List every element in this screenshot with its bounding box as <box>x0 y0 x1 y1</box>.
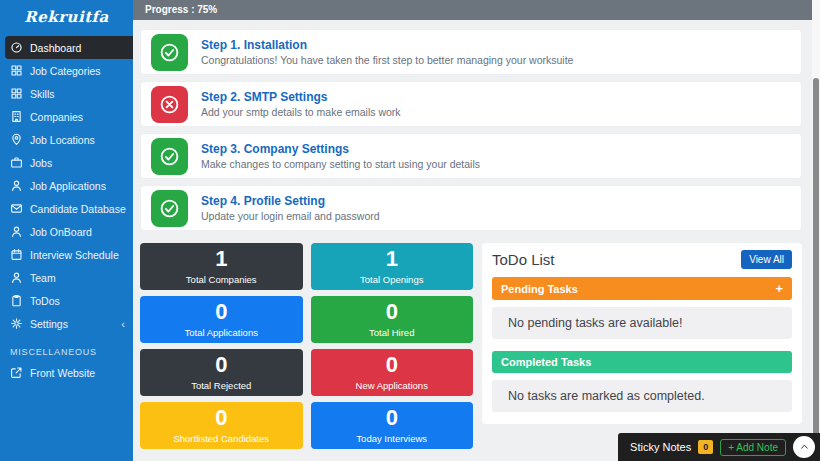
chevron-up-icon <box>799 438 810 456</box>
step-description: Update your login email and password <box>201 210 380 222</box>
pending-tasks-empty-message: No pending tasks are available! <box>492 307 792 339</box>
sidebar-item-todos[interactable]: ToDos <box>0 289 133 312</box>
step-title: Step 3. Company Settings <box>201 142 480 156</box>
step-text: Step 4. Profile Setting Update your logi… <box>201 194 380 222</box>
scroll-to-top-button[interactable] <box>793 436 815 458</box>
calendar-icon <box>10 248 23 261</box>
step-card-smtp-settings[interactable]: Step 2. SMTP Settings Add your smtp deta… <box>140 81 802 127</box>
main-content: Progress : 75% Step 1. Installation Cong… <box>133 0 820 461</box>
grid-icon <box>10 64 23 77</box>
stat-value: 1 <box>215 248 227 270</box>
content-area: Step 1. Installation Congratulations! Yo… <box>133 20 812 449</box>
check-circle-icon <box>151 34 188 71</box>
stat-card-total-rejected[interactable]: 0 Total Rejected <box>140 349 303 396</box>
step-text: Step 2. SMTP Settings Add your smtp deta… <box>201 90 401 118</box>
stat-card-total-openings[interactable]: 1 Total Openings <box>311 243 474 290</box>
sticky-notes-label: Sticky Notes <box>630 441 691 453</box>
check-circle-icon <box>151 190 188 227</box>
step-card-company-settings[interactable]: Step 3. Company Settings Make changes to… <box>140 133 802 179</box>
setup-steps-list: Step 1. Installation Congratulations! Yo… <box>140 29 802 231</box>
sidebar-item-jobs[interactable]: Jobs <box>0 151 133 174</box>
add-task-icon[interactable]: + <box>775 282 783 295</box>
stat-label: Total Hired <box>369 327 414 338</box>
stat-card-new-applications[interactable]: 0 New Applications <box>311 349 474 396</box>
step-description: Congratulations! You have taken the firs… <box>201 54 573 66</box>
sidebar-item-label: Skills <box>30 88 55 100</box>
view-all-button[interactable]: View All <box>741 250 792 269</box>
x-circle-icon <box>151 86 188 123</box>
stat-value: 0 <box>386 301 398 323</box>
scrollbar-track[interactable] <box>812 0 820 461</box>
stat-label: Today Interviews <box>356 433 427 444</box>
sidebar-item-dashboard[interactable]: Dashboard <box>5 36 133 59</box>
stats-grid: 1 Total Companies 1 Total Openings 0 Tot… <box>140 243 473 449</box>
user-icon <box>10 225 23 238</box>
step-description: Add your smtp details to make emails wor… <box>201 106 401 118</box>
todo-list-panel: ToDo List View All Pending Tasks + No pe… <box>482 243 802 424</box>
step-card-profile-setting[interactable]: Step 4. Profile Setting Update your logi… <box>140 185 802 231</box>
stat-card-total-companies[interactable]: 1 Total Companies <box>140 243 303 290</box>
app-logo[interactable]: Rekruitfa <box>0 0 133 34</box>
step-title: Step 2. SMTP Settings <box>201 90 401 104</box>
stat-value: 0 <box>215 407 227 429</box>
stat-value: 1 <box>386 248 398 270</box>
stat-label: New Applications <box>356 380 428 391</box>
user-icon <box>10 271 23 284</box>
sidebar-item-label: Job Locations <box>30 134 95 146</box>
step-card-installation[interactable]: Step 1. Installation Congratulations! Yo… <box>140 29 802 75</box>
sidebar-item-job-categories[interactable]: Job Categories <box>0 59 133 82</box>
sidebar-item-job-applications[interactable]: Job Applications <box>0 174 133 197</box>
scrollbar-thumb[interactable] <box>813 78 819 445</box>
stat-card-shortlisted-candidates[interactable]: 0 Shortlisted Candidates <box>140 402 303 449</box>
dashboard-bottom-row: 1 Total Companies 1 Total Openings 0 Tot… <box>140 243 802 449</box>
step-title: Step 1. Installation <box>201 38 573 52</box>
sidebar-item-interview-schedule[interactable]: Interview Schedule <box>0 243 133 266</box>
stat-value: 0 <box>386 407 398 429</box>
stat-card-total-applications[interactable]: 0 Total Applications <box>140 296 303 343</box>
stat-value: 0 <box>215 301 227 323</box>
sidebar-menu: Dashboard Job Categories Skills Companie… <box>0 36 133 384</box>
stat-label: Total Applications <box>185 327 258 338</box>
step-title: Step 4. Profile Setting <box>201 194 380 208</box>
sidebar-section-miscellaneous: MISCELLANEOUS <box>0 335 133 361</box>
completed-tasks-label: Completed Tasks <box>501 356 591 368</box>
sidebar: Rekruitfa Dashboard Job Categories Skill… <box>0 0 133 461</box>
sidebar-item-skills[interactable]: Skills <box>0 82 133 105</box>
stat-card-today-interviews[interactable]: 0 Today Interviews <box>311 402 474 449</box>
step-text: Step 3. Company Settings Make changes to… <box>201 142 480 170</box>
sidebar-item-label: Dashboard <box>30 42 81 54</box>
add-note-button[interactable]: + Add Note <box>720 439 786 456</box>
sidebar-item-settings[interactable]: Settings ‹ <box>0 312 133 335</box>
stat-card-total-hired[interactable]: 0 Total Hired <box>311 296 474 343</box>
sidebar-item-label: Companies <box>30 111 83 123</box>
map-pin-icon <box>10 133 23 146</box>
sticky-notes-count-badge[interactable]: 0 <box>698 440 713 454</box>
sidebar-item-job-locations[interactable]: Job Locations <box>0 128 133 151</box>
sidebar-item-companies[interactable]: Companies <box>0 105 133 128</box>
pending-tasks-label: Pending Tasks <box>501 283 578 295</box>
sidebar-item-team[interactable]: Team <box>0 266 133 289</box>
sidebar-item-label: ToDos <box>30 295 60 307</box>
setup-progress-bar: Progress : 75% <box>133 0 812 20</box>
grid-icon <box>10 87 23 100</box>
sticky-notes-bar: Sticky Notes 0 + Add Note <box>618 433 820 461</box>
chevron-left-icon: ‹ <box>121 318 125 330</box>
step-description: Make changes to company setting to start… <box>201 158 480 170</box>
todo-title: ToDo List <box>492 251 555 268</box>
dashboard-icon <box>10 41 23 54</box>
building-icon <box>10 110 23 123</box>
stat-label: Total Openings <box>360 274 423 285</box>
sidebar-item-label: Job Categories <box>30 65 101 77</box>
external-link-icon <box>10 366 23 379</box>
step-text: Step 1. Installation Congratulations! Yo… <box>201 38 573 66</box>
envelope-icon <box>10 202 23 215</box>
sidebar-item-front-website[interactable]: Front Website <box>0 361 133 384</box>
sidebar-item-label: Candidate Database <box>30 203 126 215</box>
stat-label: Shortlisted Candidates <box>173 433 269 444</box>
todo-header: ToDo List View All <box>492 250 792 269</box>
sidebar-item-job-onboard[interactable]: Job OnBoard <box>0 220 133 243</box>
sidebar-item-candidate-database[interactable]: Candidate Database <box>0 197 133 220</box>
stat-value: 0 <box>386 354 398 376</box>
pending-tasks-header: Pending Tasks + <box>492 277 792 300</box>
briefcase-icon <box>10 156 23 169</box>
